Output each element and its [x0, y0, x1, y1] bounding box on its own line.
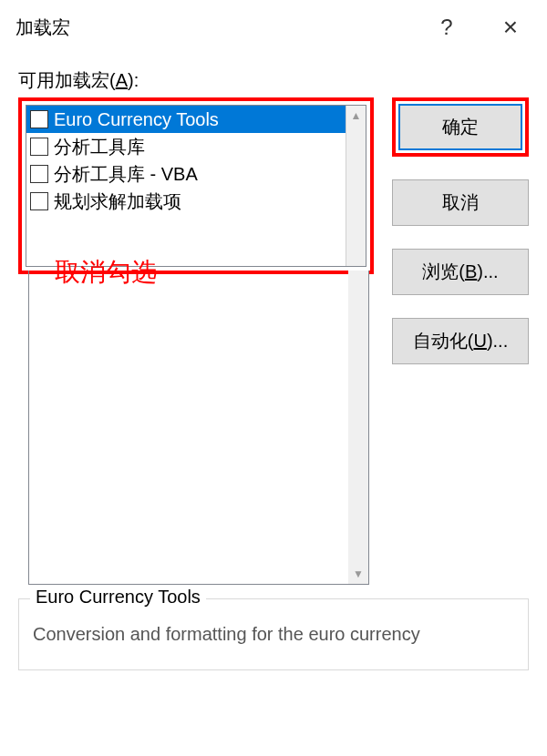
ok-button[interactable]: 确定: [398, 104, 522, 150]
help-icon[interactable]: ?: [428, 15, 465, 40]
addins-highlight-box: Euro Currency Tools分析工具库分析工具库 - VBA规划求解加…: [18, 97, 374, 274]
checkbox[interactable]: [30, 110, 48, 128]
cancel-button[interactable]: 取消: [392, 179, 529, 226]
annotation-text: 取消勾选: [55, 255, 157, 290]
checkbox[interactable]: [30, 165, 48, 183]
list-item-label: Euro Currency Tools: [54, 109, 219, 130]
list-item-label: 规划求解加载项: [54, 189, 181, 214]
browse-button[interactable]: 浏览(B)...: [392, 249, 529, 295]
listbox-scrollbar-lower[interactable]: ▼: [348, 271, 368, 584]
addins-label: 可用加载宏(A):: [18, 68, 529, 93]
description-groupbox: Euro Currency Tools Conversion and forma…: [18, 598, 529, 670]
title-bar: 加载宏 ? ×: [5, 5, 542, 50]
list-item-label: 分析工具库 - VBA: [54, 162, 198, 187]
scroll-down-icon[interactable]: ▼: [348, 564, 368, 584]
list-item[interactable]: 分析工具库 - VBA: [26, 160, 346, 188]
list-item[interactable]: Euro Currency Tools: [26, 106, 346, 133]
scroll-up-icon[interactable]: ▲: [346, 106, 366, 126]
dialog-title: 加载宏: [15, 15, 428, 40]
list-item-label: 分析工具库: [54, 135, 145, 159]
listbox-extension: ▼: [28, 271, 369, 585]
close-icon[interactable]: ×: [492, 13, 529, 42]
checkbox[interactable]: [30, 192, 48, 210]
checkbox[interactable]: [30, 138, 48, 156]
automation-button[interactable]: 自动化(U)...: [392, 318, 529, 364]
listbox-scrollbar[interactable]: ▲: [346, 106, 366, 266]
list-item[interactable]: 分析工具库: [26, 133, 346, 160]
description-text: Conversion and formatting for the euro c…: [33, 621, 514, 647]
addins-listbox[interactable]: Euro Currency Tools分析工具库分析工具库 - VBA规划求解加…: [26, 105, 366, 267]
description-title: Euro Currency Tools: [30, 587, 206, 608]
list-item[interactable]: 规划求解加载项: [26, 188, 346, 215]
dialog-body: 可用加载宏(A): Euro Currency Tools分析工具库分析工具库 …: [5, 50, 542, 684]
ok-highlight-box: 确定: [392, 97, 529, 157]
